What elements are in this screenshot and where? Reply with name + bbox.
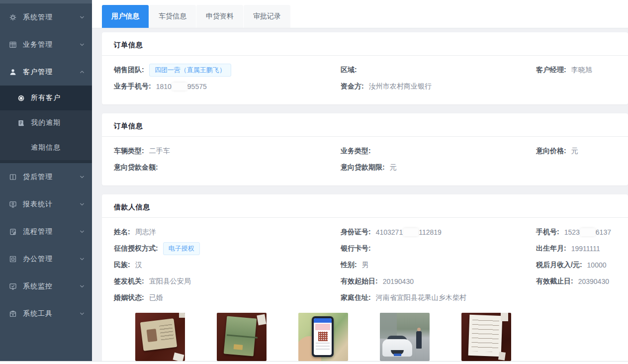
censored-digits xyxy=(580,228,595,236)
sidebar-item-label: 流程管理 xyxy=(23,227,79,236)
notebook-icon xyxy=(17,119,25,127)
field-label: 民族: xyxy=(114,261,130,270)
field-valid-until: 有效截止日: 20390430 xyxy=(536,273,616,289)
photo-phone-qr-screenshot[interactable] xyxy=(298,313,348,361)
sidebar-item-label: 办公管理 xyxy=(23,255,79,264)
gear-icon xyxy=(9,13,17,21)
field-label: 身份证号: xyxy=(341,228,371,237)
wheel-icon xyxy=(17,94,25,102)
sidebar-item-report-statistics[interactable]: 报表统计 xyxy=(0,190,92,218)
sidebar-item-label: 系统工具 xyxy=(23,309,79,318)
sidebar-item-system-tools[interactable]: 系统工具 xyxy=(0,300,92,327)
field-birth-date: 出生年月: 19911111 xyxy=(536,240,616,257)
sidebar-item-system-monitor[interactable]: 系统监控 xyxy=(0,273,92,300)
field-label: 税后月收入/元: xyxy=(536,261,582,270)
field-value: 男 xyxy=(362,261,369,270)
field-ethnicity: 民族: 汉 xyxy=(114,257,341,273)
field-marital-status: 婚姻状态: 已婚 xyxy=(114,289,341,306)
order-info-card-1: 订单信息 销售团队: 四团一营（直属王鹏飞） 区域: 客户经理: 李晓旭 xyxy=(102,32,628,104)
card-title: 订单信息 xyxy=(102,113,628,136)
field-label: 车辆类型: xyxy=(114,147,144,156)
tab-car-loan-info[interactable]: 车贷信息 xyxy=(149,5,196,28)
field-funding-party: 资金方: 汝州市农村商业银行 xyxy=(341,78,536,94)
tab-user-info[interactable]: 用户信息 xyxy=(102,5,149,28)
field-valid-from: 有效起始日: 20190430 xyxy=(341,273,536,289)
book-icon xyxy=(9,173,17,181)
chevron-down-icon xyxy=(79,174,85,180)
user-icon xyxy=(9,68,17,76)
photo-slot: 翻拍照片 xyxy=(217,313,267,364)
photo-slot: 人车合影 xyxy=(380,313,430,364)
field-intended-loan-amount: 意向贷款金额: xyxy=(114,159,341,176)
field-value: 二手车 xyxy=(149,147,170,156)
field-value: 河南省宜阳县花果山乡木柴村 xyxy=(376,293,466,302)
field-label: 银行卡号: xyxy=(341,244,371,253)
customer-management-submenu: 所有客户 我的逾期 逾期信息 xyxy=(0,86,92,163)
field-value: 10000 xyxy=(587,261,607,269)
field-value: 4103271112819 xyxy=(376,228,442,236)
horizontal-scrollbar[interactable] xyxy=(0,361,628,364)
field-label: 区域: xyxy=(341,66,357,75)
field-label: 出生年月: xyxy=(536,244,566,253)
sidebar-item-label: 系统管理 xyxy=(23,13,79,22)
chevron-down-icon xyxy=(79,311,85,317)
field-region: 区域: xyxy=(341,62,536,78)
field-sales-team: 销售团队: 四团一营（直属王鹏飞） xyxy=(114,62,341,78)
photo-id-card-front[interactable] xyxy=(135,313,185,361)
photo-person-with-car[interactable] xyxy=(380,313,430,361)
field-intended-price: 意向价格: 元 xyxy=(536,143,616,159)
chevron-down-icon xyxy=(79,42,85,48)
field-gender: 性别: 男 xyxy=(341,257,536,273)
sidebar-item-my-overdue[interactable]: 我的逾期 xyxy=(0,110,92,135)
field-value: 已婚 xyxy=(149,293,163,302)
order-info-card-2: 订单信息 车辆类型: 二手车 业务类型: 意向价格: 元 xyxy=(102,113,628,185)
field-label: 业务类型: xyxy=(341,147,371,156)
monitor-check-icon xyxy=(9,282,17,290)
field-value: 宜阳县公安局 xyxy=(149,277,191,286)
sidebar-item-customer-management[interactable]: 客户管理 xyxy=(0,58,92,86)
sales-team-tag[interactable]: 四团一营（直属王鹏飞） xyxy=(149,64,231,77)
field-label: 意向贷款期限: xyxy=(341,163,385,172)
toolbox-icon xyxy=(9,310,17,318)
field-value: 181095575 xyxy=(156,83,207,91)
photo-paper-document[interactable] xyxy=(461,313,511,361)
sidebar-item-postloan-management[interactable]: 贷后管理 xyxy=(0,163,92,190)
sidebar-item-label: 贷后管理 xyxy=(23,173,79,182)
tab-loan-application-materials[interactable]: 申贷资料 xyxy=(196,5,243,28)
field-value: 李晓旭 xyxy=(571,66,592,75)
chevron-down-icon xyxy=(79,229,85,235)
sidebar-item-process-management[interactable]: 流程管理 xyxy=(0,218,92,245)
field-value: 元 xyxy=(390,163,397,172)
chevron-down-icon xyxy=(79,14,85,20)
tab-approval-records[interactable]: 审批记录 xyxy=(244,5,290,28)
sidebar-item-all-customers[interactable]: 所有客户 xyxy=(0,86,92,110)
field-label: 业务手机号: xyxy=(114,82,151,91)
field-intended-loan-term: 意向贷款期限: 元 xyxy=(341,159,536,176)
field-label: 客户经理: xyxy=(536,66,566,75)
field-value: 15236137 xyxy=(564,228,611,236)
field-monthly-income: 税后月收入/元: 10000 xyxy=(536,257,616,273)
e-auth-tag[interactable]: 电子授权 xyxy=(163,242,200,255)
sidebar-item-office-management[interactable]: 办公管理 xyxy=(0,245,92,273)
field-label: 性别: xyxy=(341,261,357,270)
censored-digits xyxy=(403,228,418,236)
chevron-down-icon xyxy=(79,256,85,262)
field-label: 意向贷款金额: xyxy=(114,163,158,172)
field-label: 资金方: xyxy=(341,82,364,91)
field-bank-card-number: 银行卡号: xyxy=(341,240,536,257)
photo-green-booklet[interactable] xyxy=(217,313,267,361)
main-content: 用户信息 车贷信息 申贷资料 审批记录 订单信息 销售团队: 四团一营（直属王鹏… xyxy=(92,0,628,364)
field-business-type: 业务类型: xyxy=(341,143,536,159)
sidebar-item-system-management[interactable]: 系统管理 xyxy=(0,3,92,31)
sidebar-item-overdue-info[interactable]: 逾期信息 xyxy=(0,135,92,160)
sidebar-item-business-management[interactable]: 业务管理 xyxy=(0,31,92,58)
card-list: 订单信息 销售团队: 四团一营（直属王鹏飞） 区域: 客户经理: 李晓旭 xyxy=(92,28,628,364)
sidebar-item-label: 业务管理 xyxy=(23,40,79,49)
field-label: 手机号: xyxy=(536,228,559,237)
clipboard-icon xyxy=(9,228,17,236)
borrower-info-card: 借款人信息 姓名: 周志洋 身份证号: 4103271112819 手机号: 1… xyxy=(102,194,628,364)
square-icon xyxy=(9,255,17,263)
field-account-manager: 客户经理: 李晓旭 xyxy=(536,62,616,78)
field-credit-auth-method: 征信授权方式: 电子授权 xyxy=(114,240,341,257)
sidebar-item-label: 我的逾期 xyxy=(31,118,61,127)
